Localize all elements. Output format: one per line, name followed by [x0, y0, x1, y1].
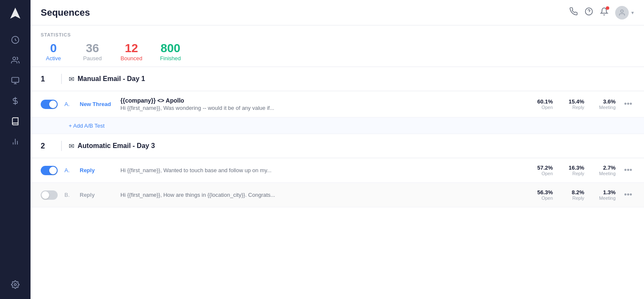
svg-point-13 [621, 10, 623, 12]
help-icon[interactable] [585, 7, 593, 18]
stat-paused[interactable]: 36 Paused [80, 42, 105, 61]
content-area: STATISTICS 0 Active 36 Paused 12 Bounced… [31, 25, 644, 299]
toggle-thumb [49, 101, 57, 108]
email-content-2b: Hi {{first_name}}, How are things in {{l… [120, 192, 525, 198]
stat-reply-value-1a: 15.4% [569, 98, 584, 105]
sidebar-item-analytics[interactable] [6, 132, 25, 151]
stat-finished-desc: Finished [160, 55, 181, 61]
stat-active[interactable]: 0 Active [41, 42, 66, 61]
toggle-thumb-2b [42, 191, 49, 199]
add-ab-button-1[interactable]: + Add A/B Test [69, 123, 105, 129]
avatar [615, 6, 629, 20]
step-1-variant-a: A. New Thread {{company}} <> Apollo Hi {… [31, 91, 644, 117]
notification-badge [606, 6, 609, 10]
stat-reply-label-2b: Reply [572, 196, 584, 201]
stat-active-value: 0 [50, 42, 57, 54]
statistics-section: STATISTICS 0 Active 36 Paused 12 Bounced… [31, 25, 644, 67]
app-logo[interactable] [7, 5, 24, 22]
email-icon-1: ✉ [69, 75, 74, 83]
stat-reply-label-1a: Reply [572, 105, 584, 110]
stat-meeting-value-1a: 3.6% [603, 98, 616, 105]
stat-paused-value: 36 [86, 42, 99, 54]
stat-open-value-2a: 57.2% [537, 165, 553, 171]
step-2-variant-a: A. Reply Hi {{first_name}}, Wanted to to… [31, 158, 644, 183]
stat-finished[interactable]: 800 Finished [158, 42, 183, 61]
sidebar-item-people[interactable] [6, 51, 25, 70]
stat-open-value-1a: 60.1% [537, 98, 553, 105]
variant-label-2b: B. [64, 192, 73, 198]
stat-meeting-2a: 2.7% Meeting [594, 165, 616, 176]
toggle-step1-a[interactable] [41, 100, 58, 109]
email-preview-2b: Hi {{first_name}}, How are things in {{l… [120, 192, 525, 198]
step-2-variant-b: B. Reply Hi {{first_name}}, How are thin… [31, 183, 644, 207]
chevron-down-icon: ▾ [631, 10, 634, 16]
toggle-step2-b[interactable] [41, 190, 58, 200]
svg-point-10 [14, 284, 17, 286]
stat-bounced-value: 12 [125, 42, 138, 54]
email-stats-1a: 60.1% Open 15.4% Reply 3.6% Meeting [532, 98, 616, 110]
step-2-divider [61, 141, 62, 151]
stat-meeting-value-2b: 1.3% [603, 189, 616, 196]
stat-reply-value-2b: 8.2% [572, 189, 584, 196]
email-icon-2: ✉ [69, 142, 74, 150]
stat-reply-1a: 15.4% Reply [563, 98, 584, 110]
stat-open-label-2b: Open [541, 196, 553, 201]
svg-point-2 [13, 57, 16, 60]
sidebar-item-sequences[interactable] [6, 112, 25, 131]
svg-marker-0 [10, 8, 20, 19]
thread-type-1a[interactable]: New Thread [80, 101, 114, 107]
stat-reply-value-2a: 16.3% [569, 165, 584, 171]
stat-meeting-label-2a: Meeting [599, 171, 616, 176]
notification-bell-icon[interactable] [600, 7, 608, 18]
email-preview-2a: Hi {{first_name}}, Wanted to touch base … [120, 167, 525, 173]
sequence-container: 1 ✉ Manual Email - Day 1 A. New Thread {… [31, 67, 644, 207]
user-menu[interactable]: ▾ [615, 6, 634, 20]
svg-rect-3 [12, 78, 19, 83]
add-ab-row-1: + Add A/B Test [31, 117, 644, 134]
more-menu-2a[interactable]: ••• [622, 164, 634, 176]
main-content: Sequences ▾ STATISTICS [31, 0, 644, 299]
more-menu-1a[interactable]: ••• [622, 98, 634, 110]
stat-bounced[interactable]: 12 Bounced [119, 42, 144, 61]
stat-active-desc: Active [46, 55, 61, 61]
more-menu-2b[interactable]: ••• [622, 189, 634, 201]
stat-meeting-value-2a: 2.7% [603, 165, 616, 171]
step-divider [61, 74, 62, 84]
stat-finished-value: 800 [161, 42, 181, 54]
email-content-2a: Hi {{first_name}}, Wanted to touch base … [120, 167, 525, 173]
stat-reply-2a: 16.3% Reply [563, 165, 584, 176]
stat-meeting-label-1a: Meeting [599, 105, 616, 110]
stat-bounced-desc: Bounced [120, 55, 142, 61]
email-stats-2a: 57.2% Open 16.3% Reply 2.7% Meeting [532, 165, 616, 176]
toggle-step2-a[interactable] [41, 166, 58, 175]
header: Sequences ▾ [31, 0, 644, 25]
email-subject-1a: {{company}} <> Apollo [120, 97, 525, 104]
sidebar-item-companies[interactable] [6, 71, 25, 90]
stat-reply-label-2a: Reply [572, 171, 584, 176]
email-content-1a: {{company}} <> Apollo Hi {{first_name}},… [120, 97, 525, 111]
step-1-title: Manual Email - Day 1 [78, 75, 145, 83]
email-preview-1a: Hi {{first_name}}, Was wondering -- woul… [120, 105, 525, 111]
step-2-number: 2 [41, 142, 54, 151]
thread-type-2b[interactable]: Reply [80, 192, 114, 198]
step-2-header: 2 ✉ Automatic Email - Day 3 [31, 134, 644, 158]
stat-open-value-2b: 56.3% [537, 189, 553, 196]
stat-paused-desc: Paused [83, 55, 102, 61]
page-title: Sequences [41, 7, 90, 18]
stat-reply-2b: 8.2% Reply [563, 189, 584, 201]
step-2-title: Automatic Email - Day 3 [78, 142, 155, 150]
variant-label-1a: A. [64, 101, 73, 107]
stats-row: 0 Active 36 Paused 12 Bounced 800 Finish… [41, 42, 634, 61]
toggle-thumb-2a [49, 167, 57, 174]
sidebar-item-settings[interactable] [6, 275, 25, 294]
stat-meeting-label-2b: Meeting [599, 196, 616, 201]
phone-icon[interactable] [569, 7, 578, 18]
email-stats-2b: 56.3% Open 8.2% Reply 1.3% Meeting [532, 189, 616, 201]
step-1-number: 1 [41, 75, 54, 84]
stat-meeting-1a: 3.6% Meeting [594, 98, 616, 110]
sidebar-item-deals[interactable] [6, 92, 25, 110]
thread-type-2a[interactable]: Reply [80, 167, 114, 173]
step-1-header: 1 ✉ Manual Email - Day 1 [31, 67, 644, 91]
sidebar [0, 0, 31, 299]
sidebar-item-dashboard[interactable] [6, 31, 25, 49]
